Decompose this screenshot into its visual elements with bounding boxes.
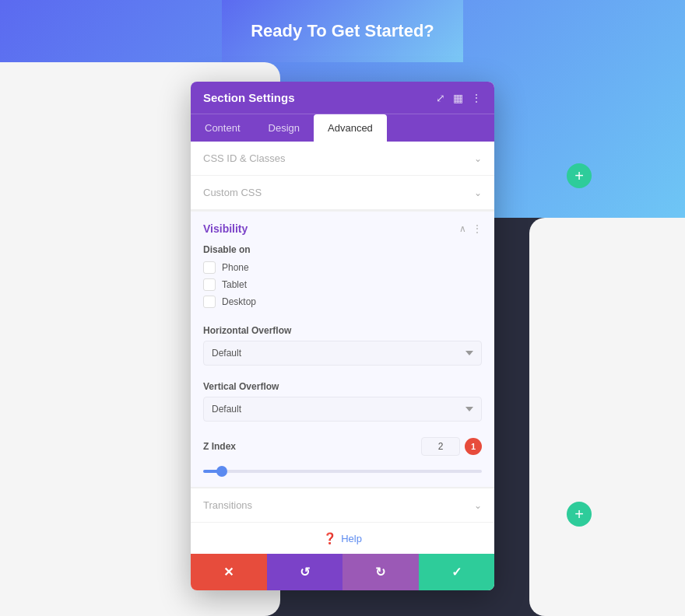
- disable-on-label: Disable on: [203, 244, 482, 255]
- z-index-slider-container: [203, 462, 482, 476]
- background-right-card: [529, 218, 685, 616]
- horizontal-overflow-group: Horizontal Overflow Default Hidden Visib…: [191, 317, 494, 373]
- visibility-collapse-icon[interactable]: ∧: [459, 223, 466, 234]
- checkbox-row-desktop: Desktop: [203, 296, 482, 308]
- tab-content[interactable]: Content: [191, 114, 255, 142]
- banner: Ready To Get Started?: [222, 0, 463, 62]
- transitions-label: Transitions: [203, 499, 252, 511]
- section-settings-modal: Section Settings ⤢ ▦ ⋮ Content Design Ad…: [191, 82, 494, 590]
- css-id-row[interactable]: CSS ID & Classes ⌄: [191, 142, 494, 176]
- banner-text: Ready To Get Started?: [251, 21, 434, 41]
- checkbox-phone-label: Phone: [222, 262, 249, 273]
- checkbox-desktop-label: Desktop: [222, 296, 256, 307]
- visibility-header: Visibility ∧ ⋮: [203, 222, 482, 235]
- z-index-header: Z Index 1: [203, 437, 482, 456]
- help-row: ❓ Help: [191, 522, 494, 554]
- checkbox-tablet[interactable]: [203, 278, 216, 291]
- tabs: Content Design Advanced: [191, 114, 494, 142]
- modal-header-icons: ⤢ ▦ ⋮: [436, 92, 482, 104]
- modal-title: Section Settings: [203, 91, 295, 104]
- custom-css-label: Custom CSS: [203, 187, 262, 198]
- modal-header: Section Settings ⤢ ▦ ⋮: [191, 82, 494, 114]
- checkbox-tablet-label: Tablet: [222, 279, 247, 290]
- checkbox-phone[interactable]: [203, 261, 216, 274]
- z-index-input[interactable]: [421, 437, 460, 456]
- more-icon[interactable]: ⋮: [471, 92, 482, 104]
- help-icon: ❓: [323, 532, 336, 544]
- horizontal-overflow-select[interactable]: Default Hidden Visible Scroll Auto: [203, 341, 482, 366]
- checkbox-desktop[interactable]: [203, 296, 216, 308]
- modal-body: CSS ID & Classes ⌄ Custom CSS ⌄ Visibili…: [191, 142, 494, 554]
- visibility-more-icon[interactable]: ⋮: [472, 223, 482, 234]
- undo-button[interactable]: ↺: [267, 554, 343, 590]
- checkbox-row-phone: Phone: [203, 261, 482, 274]
- tab-design[interactable]: Design: [255, 114, 314, 142]
- z-index-slider[interactable]: [203, 470, 482, 473]
- css-id-label: CSS ID & Classes: [203, 152, 285, 164]
- help-text[interactable]: Help: [341, 533, 362, 544]
- expand-icon[interactable]: ⤢: [436, 92, 445, 104]
- visibility-header-icons: ∧ ⋮: [459, 223, 482, 234]
- vertical-overflow-group: Vertical Overflow Default Hidden Visible…: [191, 373, 494, 429]
- z-index-value-badge: 1: [421, 437, 482, 456]
- z-index-label: Z Index: [203, 441, 236, 452]
- transitions-chevron: ⌄: [474, 500, 482, 511]
- cancel-button[interactable]: ✕: [191, 554, 267, 590]
- columns-icon[interactable]: ▦: [453, 92, 463, 104]
- vertical-overflow-select[interactable]: Default Hidden Visible Scroll Auto: [203, 397, 482, 422]
- plus-button-bottom[interactable]: +: [567, 502, 592, 527]
- visibility-title: Visibility: [203, 222, 248, 235]
- custom-css-row[interactable]: Custom CSS ⌄: [191, 176, 494, 210]
- plus-button-top[interactable]: +: [567, 163, 592, 188]
- vertical-overflow-label: Vertical Overflow: [203, 381, 482, 392]
- tab-advanced[interactable]: Advanced: [314, 114, 387, 142]
- redo-button[interactable]: ↻: [342, 554, 419, 590]
- modal-footer: ✕ ↺ ↻ ✓: [191, 554, 494, 590]
- checkbox-row-tablet: Tablet: [203, 278, 482, 291]
- css-id-chevron: ⌄: [474, 153, 482, 164]
- z-index-notification-badge: 1: [465, 438, 482, 455]
- visibility-section: Visibility ∧ ⋮ Disable on Phone Tablet D…: [191, 210, 494, 317]
- custom-css-chevron: ⌄: [474, 187, 482, 198]
- horizontal-overflow-label: Horizontal Overflow: [203, 325, 482, 336]
- save-button[interactable]: ✓: [419, 554, 495, 590]
- transitions-row[interactable]: Transitions ⌄: [191, 487, 494, 522]
- z-index-group: Z Index 1: [191, 429, 494, 487]
